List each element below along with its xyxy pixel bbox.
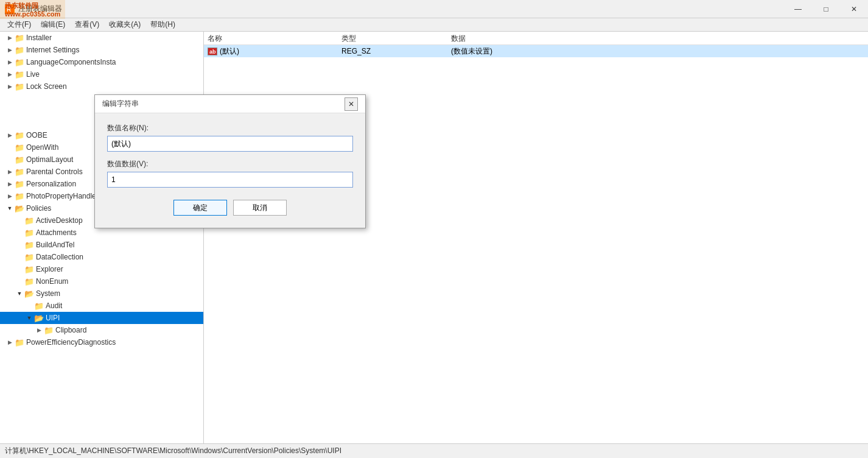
- dialog-overlay: 编辑字符串 ✕ 数值名称(N): 数值数据(V): 确定 取消: [0, 0, 868, 458]
- dialog-title: 编辑字符串: [102, 99, 345, 109]
- field1-label: 数值名称(N):: [107, 123, 353, 133]
- field2-label: 数值数据(V):: [107, 159, 353, 169]
- dialog-body: 数值名称(N): 数值数据(V): 确定 取消: [95, 113, 365, 228]
- edit-string-dialog: 编辑字符串 ✕ 数值名称(N): 数值数据(V): 确定 取消: [94, 94, 366, 228]
- dialog-close-button[interactable]: ✕: [345, 97, 358, 111]
- ok-button[interactable]: 确定: [173, 200, 227, 216]
- dialog-titlebar: 编辑字符串 ✕: [95, 95, 365, 113]
- cancel-button[interactable]: 取消: [233, 200, 287, 216]
- field1-input[interactable]: [107, 136, 353, 152]
- field2-input[interactable]: [107, 172, 353, 188]
- dialog-buttons: 确定 取消: [107, 200, 353, 220]
